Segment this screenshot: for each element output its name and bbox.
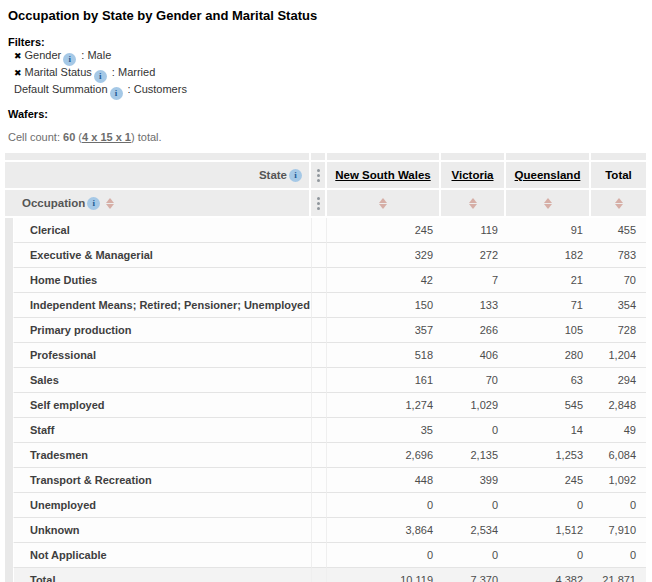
- info-icon[interactable]: i: [87, 197, 100, 210]
- value-cell: 70: [591, 268, 646, 293]
- value-cell: 728: [591, 318, 646, 343]
- value-cell: 70: [441, 368, 506, 393]
- table-row: Independent Means; Retired; Pensioner; U…: [5, 293, 646, 318]
- value-cell: 448: [327, 468, 441, 493]
- table-row: Unknown3,8642,5341,5127,910: [5, 518, 646, 543]
- row-spacer: [311, 268, 327, 293]
- value-cell: 245: [506, 468, 591, 493]
- table-row: Sales1617063294: [5, 368, 646, 393]
- row-spacer: [311, 318, 327, 343]
- column-header-new-south-wales[interactable]: New South Wales: [327, 162, 441, 190]
- strip-segment: [591, 153, 646, 162]
- row-spacer: [311, 293, 327, 318]
- row-spacer: [311, 493, 327, 518]
- row-gutter: [5, 293, 14, 318]
- row-gutter: [5, 543, 14, 568]
- data-table: State i New South WalesVictoriaQueenslan…: [5, 153, 646, 582]
- value-cell: 518: [327, 343, 441, 368]
- column-header-total: Total: [591, 162, 646, 190]
- table-top-strip: [5, 153, 646, 162]
- value-cell: 7,910: [591, 518, 646, 543]
- value-cell: 357: [327, 318, 441, 343]
- row-gutter: [5, 343, 14, 368]
- column-header-queensland[interactable]: Queensland: [506, 162, 591, 190]
- sort-icon[interactable]: [469, 198, 477, 209]
- value-cell: 1,204: [591, 343, 646, 368]
- strip-segment: [506, 153, 591, 162]
- sort-up-icon: [106, 198, 114, 203]
- grip-dots-icon[interactable]: [311, 162, 327, 190]
- info-icon[interactable]: i: [289, 169, 302, 182]
- row-label: Transport & Recreation: [14, 468, 311, 493]
- row-spacer: [311, 368, 327, 393]
- column-header-label: Queensland: [515, 169, 581, 181]
- wafers-heading: Wafers:: [8, 108, 652, 121]
- value-cell: 1,092: [591, 468, 646, 493]
- occupation-axis-cell: Occupation i: [5, 190, 311, 218]
- value-cell: 272: [441, 243, 506, 268]
- filter-value: : Male: [78, 49, 111, 61]
- sort-up-icon: [544, 198, 552, 203]
- value-cell: 63: [506, 368, 591, 393]
- value-cell: 266: [441, 318, 506, 343]
- value-cell: 0: [441, 418, 506, 443]
- row-label: Primary production: [14, 318, 311, 343]
- value-cell: 0: [327, 493, 441, 518]
- value-cell: 21: [506, 268, 591, 293]
- table-row: Tradesmen2,6962,1351,2536,084: [5, 443, 646, 468]
- row-gutter: [5, 468, 14, 493]
- value-cell: 2,848: [591, 393, 646, 418]
- sort-icon[interactable]: [615, 198, 623, 209]
- value-cell: 14: [506, 418, 591, 443]
- row-gutter: [5, 568, 14, 582]
- remove-filter-icon[interactable]: ✖: [14, 67, 22, 80]
- cell-count-link[interactable]: 4 x 15 x 1: [82, 131, 131, 143]
- row-gutter: [5, 268, 14, 293]
- sort-down-icon: [544, 204, 552, 209]
- value-cell: 294: [591, 368, 646, 393]
- column-header-label: Total: [605, 169, 632, 181]
- column-header-victoria[interactable]: Victoria: [441, 162, 506, 190]
- value-cell: 0: [441, 543, 506, 568]
- row-spacer: [311, 568, 327, 582]
- state-axis-label: State: [259, 169, 287, 181]
- info-icon[interactable]: i: [63, 53, 76, 66]
- value-cell: 0: [327, 543, 441, 568]
- filter-label: Gender: [25, 49, 62, 61]
- value-cell: 329: [327, 243, 441, 268]
- row-spacer: [311, 393, 327, 418]
- row-gutter: [5, 218, 14, 243]
- sort-icon[interactable]: [106, 198, 114, 209]
- row-gutter: [5, 493, 14, 518]
- value-cell: 6,084: [591, 443, 646, 468]
- table-row: Self employed1,2741,0295452,848: [5, 393, 646, 418]
- value-cell: 2,135: [441, 443, 506, 468]
- filters-section: Filters: ✖Genderi : Male✖Marital Statusi…: [8, 36, 652, 100]
- strip-segment: [327, 153, 441, 162]
- grip-dots-icon[interactable]: [311, 190, 327, 218]
- cell-count: Cell count: 60 (4 x 15 x 1) total.: [8, 131, 652, 143]
- table-row: Executive & Managerial329272182783: [5, 243, 646, 268]
- table-body: Clerical24511991455Executive & Manageria…: [5, 218, 646, 582]
- table-row: Transport & Recreation4483992451,092: [5, 468, 646, 493]
- sort-icon[interactable]: [544, 198, 552, 209]
- table-row: Professional5184062801,204: [5, 343, 646, 368]
- row-spacer: [311, 243, 327, 268]
- sort-cell-total: [591, 190, 646, 218]
- page-title: Occupation by State by Gender and Marita…: [8, 8, 652, 23]
- column-header-row: State i New South WalesVictoriaQueenslan…: [5, 162, 646, 190]
- remove-filter-icon[interactable]: ✖: [14, 50, 22, 63]
- value-cell: 0: [591, 543, 646, 568]
- sort-icon[interactable]: [379, 198, 387, 209]
- info-icon[interactable]: i: [94, 70, 107, 83]
- value-cell: 35: [327, 418, 441, 443]
- filter-label: Marital Status: [25, 66, 92, 78]
- value-cell: 42: [327, 268, 441, 293]
- row-label: Independent Means; Retired; Pensioner; U…: [14, 293, 311, 318]
- row-label: Professional: [14, 343, 311, 368]
- value-cell: 161: [327, 368, 441, 393]
- value-cell: 0: [591, 493, 646, 518]
- info-icon[interactable]: i: [110, 87, 123, 100]
- filter-value: : Married: [109, 66, 155, 78]
- sort-cell-queensland: [506, 190, 591, 218]
